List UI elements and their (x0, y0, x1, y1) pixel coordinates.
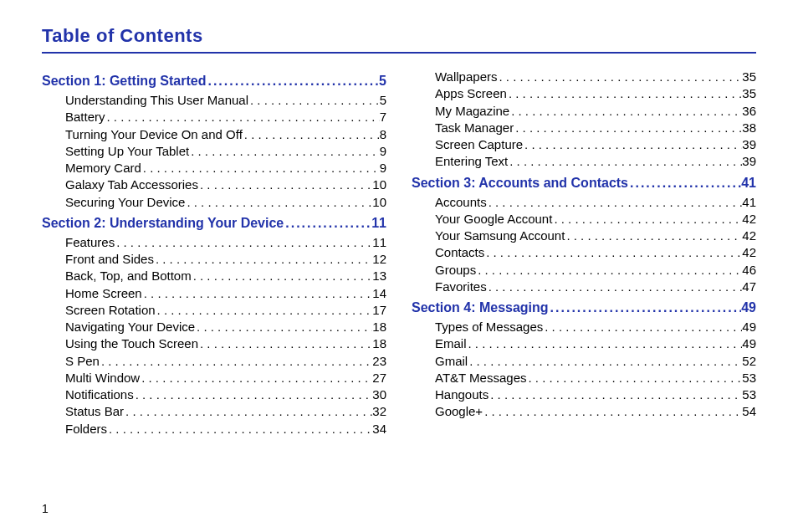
toc-entry[interactable]: Folders34 (65, 421, 386, 437)
toc-entry[interactable]: Accounts41 (435, 194, 756, 211)
toc-entry[interactable]: Securing Your Device10 (65, 194, 386, 211)
toc-entry-label: Accounts (435, 194, 487, 211)
leader-dots (195, 319, 372, 335)
toc-page-number: 53 (742, 386, 756, 403)
toc-page-number: 30 (372, 386, 386, 403)
leader-dots (487, 279, 743, 295)
toc-entry[interactable]: Hangouts53 (435, 386, 756, 403)
toc-entry[interactable]: Using the Touch Screen18 (65, 335, 386, 352)
toc-entry[interactable]: Front and Sides12 (65, 251, 386, 268)
toc-entry-label: Your Google Account (435, 211, 552, 228)
toc-entry[interactable]: Entering Text39 (435, 153, 756, 170)
toc-entry[interactable]: Navigating Your Device18 (65, 319, 386, 335)
toc-entry[interactable]: Google+54 (435, 403, 756, 420)
toc-entry[interactable]: Notifications30 (65, 386, 386, 403)
toc-page-number: 35 (742, 85, 756, 102)
toc-entry[interactable]: Status Bar32 (65, 403, 386, 420)
toc-entry[interactable]: Back, Top, and Bottom13 (65, 268, 386, 284)
toc-entry-label: Battery (65, 109, 105, 125)
toc-entry-label: Task Manager (435, 120, 514, 136)
toc-entry-label: Using the Touch Screen (65, 335, 198, 352)
toc-section-heading[interactable]: Section 2: Understanding Your Device11 (42, 216, 386, 231)
toc-entry[interactable]: Your Google Account42 (435, 211, 756, 228)
leader-dots (243, 126, 380, 143)
leader-dots (206, 74, 379, 89)
leader-dots (284, 216, 371, 231)
page-title: Table of Contents (42, 25, 756, 47)
leader-dots (509, 103, 742, 120)
toc-entry[interactable]: Features11 (65, 234, 386, 251)
toc-entry[interactable]: Screen Capture39 (435, 136, 756, 153)
toc-entry[interactable]: Gmail52 (435, 353, 756, 370)
toc-entry[interactable]: Contacts42 (435, 244, 756, 261)
toc-page-number: 36 (742, 103, 756, 120)
leader-dots (514, 120, 742, 136)
toc-page-number: 14 (372, 285, 386, 302)
leader-dots (497, 69, 742, 85)
toc-entry[interactable]: Task Manager38 (435, 120, 756, 136)
toc-page-number: 35 (742, 69, 756, 85)
toc-page-number: 49 (742, 335, 756, 352)
toc-page-number: 11 (372, 234, 386, 251)
leader-dots (565, 228, 742, 244)
toc-page-number: 23 (372, 353, 386, 370)
toc-entry[interactable]: Memory Card9 (65, 160, 386, 176)
toc-entry[interactable]: Turning Your Device On and Off8 (65, 126, 386, 143)
leader-dots (483, 403, 742, 420)
toc-entry[interactable]: Galaxy Tab Accessories10 (65, 176, 386, 193)
toc-entry[interactable]: Understanding This User Manual5 (65, 92, 386, 109)
toc-section-label: Section 3: Accounts and Contacts (412, 176, 628, 191)
toc-entry[interactable]: Types of Messages49 (435, 319, 756, 335)
toc-entry-label: Types of Messages (435, 319, 543, 335)
toc-section-heading[interactable]: Section 4: Messaging49 (412, 300, 756, 315)
leader-dots (468, 353, 742, 370)
leader-dots (628, 176, 741, 191)
toc-entry[interactable]: Wallpapers35 (435, 69, 756, 85)
toc-entry-label: Apps Screen (435, 85, 507, 102)
toc-entry[interactable]: My Magazine36 (435, 103, 756, 120)
leader-dots (248, 92, 380, 109)
toc-page-number: 42 (742, 244, 756, 261)
leader-dots (154, 251, 372, 268)
toc-entry[interactable]: Screen Rotation17 (65, 302, 386, 319)
toc-section-heading[interactable]: Section 1: Getting Started5 (42, 74, 386, 89)
toc-page-number: 9 (380, 160, 386, 176)
toc-section-label: Section 4: Messaging (412, 300, 549, 315)
toc-column-left: Section 1: Getting Started5Understanding… (42, 69, 386, 437)
toc-entry[interactable]: Your Samsung Account42 (435, 228, 756, 244)
toc-entry[interactable]: S Pen23 (65, 353, 386, 370)
toc-page-number: 17 (372, 302, 386, 319)
leader-dots (107, 421, 372, 437)
leader-dots (189, 143, 379, 160)
toc-section-label: Section 2: Understanding Your Device (42, 216, 284, 231)
toc-entry-label: Groups (435, 262, 476, 279)
leader-dots (156, 302, 373, 319)
page: Table of Contents Section 1: Getting Sta… (0, 0, 798, 532)
toc-entry-label: Email (435, 335, 467, 352)
toc-page-number: 8 (380, 126, 386, 143)
leader-dots (115, 234, 372, 251)
leader-dots (142, 285, 373, 302)
toc-section-heading[interactable]: Section 3: Accounts and Contacts41 (412, 176, 756, 191)
toc-page-number: 53 (742, 370, 756, 386)
leader-dots (105, 109, 380, 125)
toc-entry[interactable]: Multi Window27 (65, 370, 386, 386)
toc-entry[interactable]: Battery7 (65, 109, 386, 125)
leader-dots (508, 153, 742, 170)
leader-dots (141, 160, 380, 176)
toc-entry[interactable]: Favorites47 (435, 279, 756, 295)
toc-entry[interactable]: Groups46 (435, 262, 756, 279)
toc-entry-label: Your Samsung Account (435, 228, 565, 244)
toc-entry[interactable]: Email49 (435, 335, 756, 352)
toc-page-number: 18 (372, 319, 386, 335)
toc-column-right: Wallpapers35Apps Screen35My Magazine36Ta… (412, 69, 756, 437)
toc-entry-label: Folders (65, 421, 107, 437)
toc-entry[interactable]: Home Screen14 (65, 285, 386, 302)
toc-entry[interactable]: Setting Up Your Tablet9 (65, 143, 386, 160)
toc-entry[interactable]: Apps Screen35 (435, 85, 756, 102)
toc-page-number: 11 (371, 216, 386, 231)
toc-entry-label: Understanding This User Manual (65, 92, 248, 109)
toc-entry-label: Google+ (435, 403, 483, 420)
toc-entry-label: Turning Your Device On and Off (65, 126, 243, 143)
toc-entry[interactable]: AT&T Messages53 (435, 370, 756, 386)
